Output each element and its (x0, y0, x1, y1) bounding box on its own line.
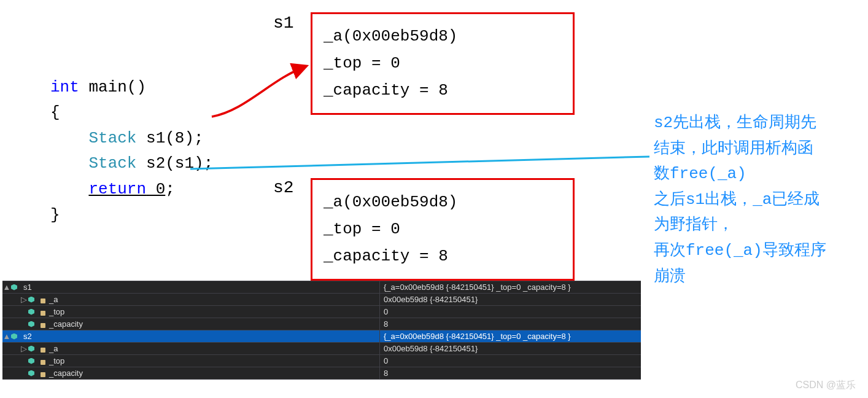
expand-icon[interactable]: ▲ (2, 283, 11, 292)
lock-icon (41, 323, 45, 328)
struct-box-s2: _a(0x00eb59d8) _top = 0 _capacity = 8 (311, 178, 575, 281)
field-icon (28, 370, 37, 377)
var-value: 0 (380, 307, 641, 316)
var-value: {_a=0x00eb59d8 {-842150451} _top=0 _capa… (380, 332, 641, 341)
s2-a: _a(0x00eb59d8) (324, 189, 562, 216)
watch-row[interactable]: _top0 (2, 355, 641, 367)
watch-row[interactable]: ▷_a0x00eb59d8 {-842150451} (2, 343, 641, 355)
struct-box-s1: _a(0x00eb59d8) _top = 0 _capacity = 8 (311, 12, 575, 115)
var-name: _top (49, 307, 64, 316)
var-value: 0x00eb59d8 {-842150451} (380, 295, 641, 304)
field-icon (28, 357, 37, 365)
s1-capacity: _capacity = 8 (324, 77, 562, 104)
lock-icon (41, 311, 45, 316)
s1-a: _a(0x00eb59d8) (324, 23, 562, 50)
var-value: 0 (380, 356, 641, 365)
keyword-int: int (50, 78, 79, 96)
svg-line-0 (190, 157, 649, 169)
var-name: _top (49, 356, 64, 365)
expand-icon[interactable]: ▷ (20, 344, 28, 353)
expand-icon[interactable]: ▷ (20, 295, 28, 304)
var-name: s2 (23, 332, 32, 341)
expand-icon[interactable]: ▲ (2, 332, 11, 341)
struct-icon (11, 284, 20, 291)
var-value: {_a=0x00eb59d8 {-842150451} _top=0 _capa… (380, 283, 641, 292)
lock-icon (41, 348, 45, 353)
watch-row[interactable]: ▷_a0x00eb59d8 {-842150451} (2, 294, 641, 306)
debugger-watch: ▲s1{_a=0x00eb59d8 {-842150451} _top=0 _c… (2, 281, 641, 380)
annotation-text: s2先出栈，生命周期先 结束，此时调用析构函 数free(_a) 之后s1出栈，… (654, 111, 862, 289)
watch-row[interactable]: _capacity8 (2, 318, 641, 330)
field-icon (28, 308, 37, 316)
s2-capacity: _capacity = 8 (324, 243, 562, 270)
var-name: s1 (23, 283, 32, 292)
code-block: int main() { Stack s1(8); Stack s2(s1); … (50, 49, 213, 228)
watermark: CSDN @蓝乐 (796, 379, 856, 392)
field-icon (28, 296, 37, 303)
lock-icon (41, 298, 45, 303)
label-s1: s1 (273, 14, 294, 33)
var-name: _a (49, 295, 58, 304)
watch-row[interactable]: ▲s1{_a=0x00eb59d8 {-842150451} _top=0 _c… (2, 281, 641, 294)
struct-icon (11, 333, 20, 340)
var-value: 8 (380, 319, 641, 329)
s2-top: _top = 0 (324, 216, 562, 243)
watch-row[interactable]: ▲s2{_a=0x00eb59d8 {-842150451} _top=0 _c… (2, 330, 641, 343)
keyword-return: return (88, 180, 146, 198)
field-icon (28, 345, 37, 353)
watch-row[interactable]: _capacity8 (2, 367, 641, 380)
type-stack: Stack (88, 154, 136, 173)
var-value: 0x00eb59d8 {-842150451} (380, 344, 641, 353)
lock-icon (41, 360, 45, 365)
var-value: 8 (380, 369, 641, 378)
label-s2: s2 (273, 178, 294, 197)
var-name: _capacity (49, 319, 83, 329)
field-icon (28, 321, 37, 328)
watch-row[interactable]: _top0 (2, 306, 641, 318)
var-name: _a (49, 344, 58, 353)
type-stack: Stack (88, 129, 136, 147)
var-name: _capacity (49, 369, 83, 378)
s1-top: _top = 0 (324, 50, 562, 77)
lock-icon (41, 372, 45, 377)
